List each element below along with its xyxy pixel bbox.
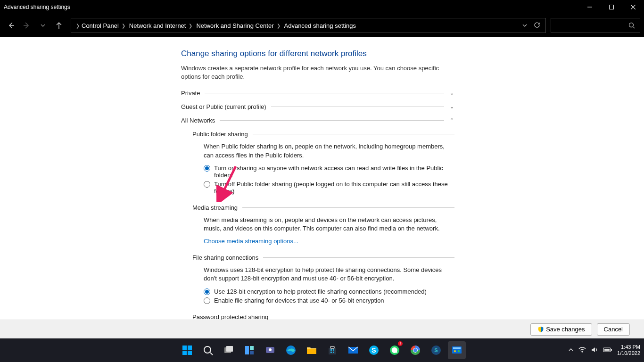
breadcrumb-advanced-sharing[interactable]: Advanced sharing settings <box>282 21 358 30</box>
whatsapp-button[interactable]: ! <box>386 341 404 359</box>
widgets-button[interactable] <box>240 341 258 359</box>
breadcrumb-network-sharing-center[interactable]: Network and Sharing Center❯ <box>194 21 282 30</box>
battery-icon[interactable] <box>603 347 612 354</box>
svg-point-45 <box>458 350 460 352</box>
file-explorer-button[interactable] <box>303 341 321 359</box>
titlebar: Advanced sharing settings <box>0 0 644 14</box>
window-title: Advanced sharing settings <box>4 4 70 10</box>
radio-public-folder-on[interactable]: Turn on sharing so anyone with network a… <box>204 165 454 179</box>
svg-rect-25 <box>329 348 336 354</box>
svg-rect-12 <box>182 351 187 355</box>
maximize-button[interactable] <box>601 0 622 14</box>
svg-rect-27 <box>330 349 332 351</box>
nav-recent-button[interactable] <box>36 18 50 33</box>
svg-rect-13 <box>188 351 192 355</box>
svg-rect-49 <box>604 349 610 351</box>
control-panel-taskbar[interactable] <box>448 341 466 359</box>
nav-forward-button[interactable] <box>20 18 34 33</box>
intro-text: Windows creates a separate network profi… <box>181 64 454 81</box>
radio-40-56bit[interactable]: Enable file sharing for devices that use… <box>204 297 454 304</box>
address-dropdown-icon[interactable] <box>521 22 528 29</box>
search-input[interactable] <box>551 18 640 33</box>
svg-rect-19 <box>250 346 254 350</box>
svg-line-8 <box>633 27 635 28</box>
svg-text:S: S <box>434 347 438 353</box>
edge-dev-button[interactable]: S <box>427 341 445 359</box>
svg-rect-30 <box>333 352 334 353</box>
radio-icon <box>204 181 210 188</box>
edge-button[interactable] <box>282 341 300 359</box>
navbar: ❯ Control Panel❯ Network and Internet❯ N… <box>0 14 644 37</box>
radio-public-folder-off[interactable]: Turn off Public folder sharing (people l… <box>204 181 454 195</box>
chevron-down-icon: ⌄ <box>449 90 454 96</box>
svg-point-46 <box>582 351 583 352</box>
wifi-icon[interactable] <box>578 346 586 354</box>
shield-icon <box>537 326 544 333</box>
svg-rect-10 <box>182 346 187 350</box>
svg-rect-48 <box>611 349 612 351</box>
addressbar[interactable]: ❯ Control Panel❯ Network and Internet❯ N… <box>71 18 546 33</box>
nav-back-button[interactable] <box>4 18 18 33</box>
search-button[interactable] <box>199 341 217 359</box>
page-title: Change sharing options for different net… <box>181 49 454 58</box>
svg-point-14 <box>204 346 211 353</box>
skype-button[interactable]: S <box>365 341 383 359</box>
minimize-button[interactable] <box>579 0 601 14</box>
store-button[interactable] <box>323 341 341 359</box>
refresh-button[interactable] <box>532 22 542 30</box>
svg-rect-11 <box>188 346 192 350</box>
section-title: Media streaming <box>192 204 238 211</box>
tray-overflow-icon[interactable] <box>568 347 574 354</box>
search-icon <box>628 22 635 29</box>
radio-icon <box>204 165 210 172</box>
section-title: Password protected sharing <box>192 313 268 320</box>
chevron-up-icon: ⌃ <box>449 117 454 123</box>
media-streaming-options-link[interactable]: Choose media streaming options... <box>204 238 298 245</box>
svg-text:S: S <box>372 346 376 354</box>
section-media-streaming: Media streaming When media streaming is … <box>192 204 454 245</box>
profile-guest-public[interactable]: Guest or Public (current profile) ⌄ <box>181 103 454 110</box>
breadcrumb-control-panel[interactable]: Control Panel❯ <box>80 21 127 30</box>
radio-128bit[interactable]: Use 128-bit encryption to help protect f… <box>204 288 454 295</box>
svg-line-15 <box>210 353 213 355</box>
svg-point-39 <box>413 348 417 352</box>
volume-icon[interactable] <box>591 346 598 354</box>
close-button[interactable] <box>622 0 644 14</box>
chat-button[interactable] <box>261 341 279 359</box>
encryption-desc: Windows uses 128-bit encryption to help … <box>204 266 454 283</box>
save-changes-button[interactable]: Save changes <box>530 323 592 336</box>
section-title: File sharing connections <box>192 254 258 261</box>
svg-rect-1 <box>610 5 614 9</box>
mail-button[interactable] <box>344 341 362 359</box>
radio-icon <box>204 288 210 295</box>
profile-all-networks[interactable]: All Networks ⌃ <box>181 117 454 124</box>
svg-rect-17 <box>226 346 233 352</box>
svg-rect-18 <box>245 346 249 354</box>
svg-rect-20 <box>250 351 254 354</box>
footer-bar: Save changes Cancel <box>0 320 644 338</box>
nav-up-button[interactable] <box>52 18 66 33</box>
cancel-button[interactable]: Cancel <box>597 323 630 336</box>
clock[interactable]: 1:43 PM 1/10/2022 <box>617 344 640 356</box>
svg-rect-43 <box>453 347 461 349</box>
radio-icon <box>204 297 210 304</box>
svg-point-22 <box>269 348 272 351</box>
section-password-sharing: Password protected sharing When password… <box>192 313 454 320</box>
svg-rect-29 <box>330 352 332 353</box>
svg-rect-24 <box>307 349 316 354</box>
public-folder-desc: When Public folder sharing is on, people… <box>204 142 454 159</box>
svg-rect-26 <box>330 346 334 348</box>
profile-private[interactable]: Private ⌄ <box>181 90 454 97</box>
breadcrumb-network-and-internet[interactable]: Network and Internet❯ <box>127 21 195 30</box>
content-area: Change sharing options for different net… <box>0 37 644 320</box>
task-view-button[interactable] <box>220 341 238 359</box>
system-tray: 1:43 PM 1/10/2022 <box>568 344 640 356</box>
chrome-button[interactable] <box>406 341 424 359</box>
taskbar: S ! S 1:43 PM 1/10/2022 <box>0 338 644 362</box>
start-button[interactable] <box>178 341 196 359</box>
section-public-folder: Public folder sharing When Public folder… <box>192 131 454 194</box>
media-desc: When media streaming is on, people and d… <box>204 216 454 233</box>
section-file-sharing: File sharing connections Windows uses 12… <box>192 254 454 304</box>
chevron-down-icon: ⌄ <box>449 104 454 110</box>
svg-point-44 <box>454 350 456 352</box>
